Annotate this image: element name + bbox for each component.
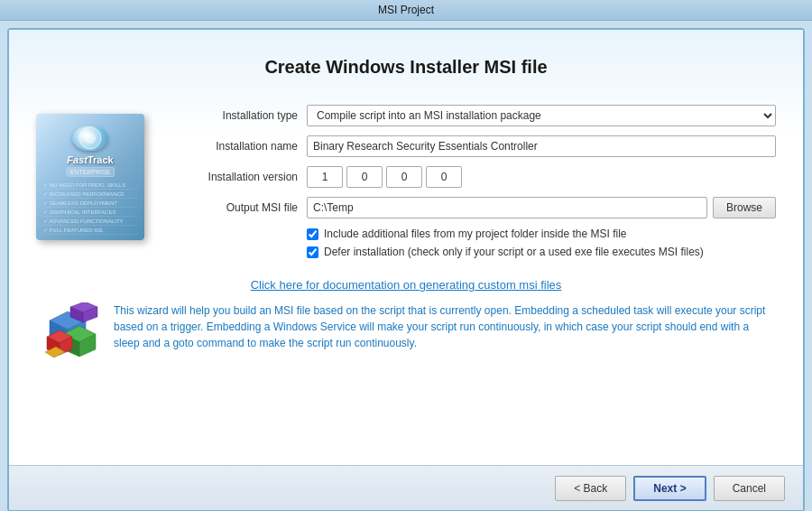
product-brand: FastTrack [67,154,113,165]
info-icon-area [45,302,99,357]
doc-link[interactable]: Click here for documentation on generati… [251,278,562,292]
footer-bar: < Back Next > Cancel [9,465,803,510]
product-box-image: FastTrack ENTERPRISE ✓ NO NEED FOR PROG.… [36,114,144,240]
checkbox2-label: Defer installation (check only if your s… [324,246,704,258]
checkbox1-input[interactable] [307,228,318,240]
cubes-graphic [45,302,99,357]
output-msi-label: Output MSI file [180,201,307,214]
version-input-2[interactable] [346,166,383,188]
installation-name-label: Installation name [180,140,307,153]
cancel-button[interactable]: Cancel [714,476,785,501]
product-box: FastTrack ENTERPRISE ✓ NO NEED FOR PROG.… [36,114,153,240]
installation-type-label: Installation type [180,109,307,122]
content-area: Create Windows Installer MSI file FastTr… [9,30,803,465]
form-fields: Installation type Compile script into an… [180,105,776,264]
product-edition: ENTERPRISE [66,167,115,177]
info-area: This wizard will help you build an MSI f… [36,302,776,357]
svg-point-2 [85,133,90,138]
output-msi-input[interactable] [307,197,707,218]
version-input-1[interactable] [307,166,343,188]
installation-type-select[interactable]: Compile script into an MSI installation … [307,105,776,126]
product-features: ✓ NO NEED FOR PROG. SKILLS ✓ INCREASED P… [43,181,137,235]
info-text: This wizard will help you build an MSI f… [114,302,767,351]
output-row: Browse [307,197,776,218]
checkbox2-row: Defer installation (check only if your s… [307,246,776,258]
checkbox1-row: Include additional files from my project… [307,228,776,240]
form-area: FastTrack ENTERPRISE ✓ NO NEED FOR PROG.… [36,105,776,264]
installation-type-control: Compile script into an MSI installation … [307,105,776,126]
product-logo [72,125,108,151]
output-msi-control: Browse [307,197,776,218]
version-input-3[interactable] [386,166,422,188]
installation-version-control [307,166,776,188]
main-window: Create Windows Installer MSI file FastTr… [7,28,805,511]
browse-button[interactable]: Browse [713,197,776,218]
version-area [307,166,776,188]
installation-name-control [307,135,776,157]
page-title: Create Windows Installer MSI file [36,57,776,78]
checkbox2-input[interactable] [307,246,318,258]
installation-version-label: Installation version [180,171,307,183]
installation-version-row: Installation version [180,166,776,188]
back-button[interactable]: < Back [555,476,626,501]
title-bar: MSI Project [0,0,812,21]
output-msi-row: Output MSI file Browse [180,197,776,218]
next-button[interactable]: Next > [633,476,706,501]
window-title: MSI Project [378,4,434,16]
doc-link-area: Click here for documentation on generati… [36,278,776,292]
version-input-4[interactable] [426,166,462,188]
installation-name-input[interactable] [307,135,776,157]
checkbox1-label: Include additional files from my project… [324,228,627,240]
installation-type-row: Installation type Compile script into an… [180,105,776,126]
installation-name-row: Installation name [180,135,776,157]
